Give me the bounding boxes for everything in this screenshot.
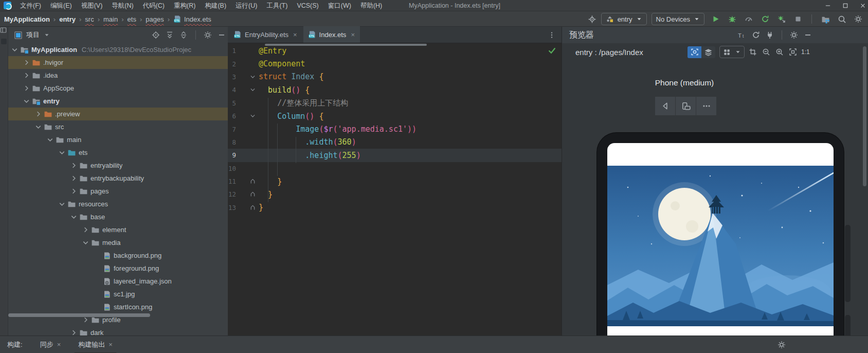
close-tab-icon[interactable]: × [109, 341, 113, 348]
chevron-down-icon[interactable] [69, 213, 78, 221]
tree-item-layered_image.json[interactable]: layered_image.json [8, 275, 228, 288]
collapse-all-icon[interactable] [179, 31, 188, 39]
expand-all-icon[interactable] [166, 31, 174, 39]
fold-marker-icon[interactable] [249, 74, 256, 80]
window-maximize-icon[interactable] [842, 3, 848, 9]
settings-icon[interactable] [790, 31, 798, 39]
tree-item-main[interactable]: main [8, 133, 228, 146]
breadcrumb-main[interactable]: main [103, 15, 118, 23]
tree-item-.hvigor[interactable]: .hvigor [8, 56, 228, 69]
tree-item-entry[interactable]: entry [8, 95, 228, 108]
close-tab-icon[interactable]: × [57, 341, 61, 348]
breadcrumb-src[interactable]: src [85, 15, 94, 23]
fold-marker-icon[interactable] [249, 191, 256, 198]
hide-panel-icon[interactable] [218, 31, 226, 39]
chevron-down-icon[interactable] [34, 122, 43, 131]
breadcrumb-pages[interactable]: pages [146, 15, 164, 23]
stripe-square-icon[interactable] [1, 39, 7, 44]
tree-item-src[interactable]: src [8, 120, 228, 133]
menu-item[interactable]: 代码(C) [138, 0, 169, 11]
plug-icon[interactable] [766, 31, 774, 39]
chevron-right-icon[interactable] [69, 161, 78, 170]
tab-options-icon[interactable] [548, 31, 555, 39]
rotate-device-button[interactable] [676, 97, 696, 115]
chevron-down-icon[interactable] [46, 135, 55, 144]
tree-item-entrybackupability[interactable]: entrybackupability [8, 172, 228, 185]
stop-button[interactable] [791, 13, 805, 25]
settings-icon[interactable] [777, 341, 786, 349]
back-button[interactable] [655, 97, 675, 115]
fold-marker-icon[interactable] [249, 178, 256, 185]
tree-item-sc1.jpg[interactable]: sc1.jpg [8, 288, 228, 301]
tree-item-foreground.png[interactable]: foreground.png [8, 262, 228, 275]
chevron-right-icon[interactable] [81, 225, 90, 234]
run-button[interactable] [709, 13, 722, 25]
search-everywhere-button[interactable] [835, 13, 848, 25]
tree-item-media[interactable]: media [8, 236, 228, 249]
chevron-down-icon[interactable] [58, 200, 66, 208]
target-icon[interactable] [588, 15, 596, 24]
chevron-right-icon[interactable] [69, 328, 78, 336]
menu-item[interactable]: 工具(T) [262, 0, 292, 11]
menu-item[interactable]: 重构(R) [169, 0, 200, 11]
menu-item[interactable]: VCS(S) [292, 0, 323, 11]
window-close-icon[interactable] [860, 3, 866, 9]
project-panel-title[interactable]: 项目 [26, 30, 40, 40]
tree-item-base[interactable]: base [8, 210, 228, 223]
chevron-right-icon[interactable] [69, 174, 78, 183]
tab-EntryAbility.ets[interactable]: ETSEntryAbility.ets× [229, 26, 302, 43]
code-editor[interactable]: 1@Entry2@Component3struct Index {4 build… [228, 43, 562, 322]
breadcrumb-myapplication[interactable]: MyApplication [4, 15, 50, 23]
hide-panel-icon[interactable] [804, 31, 812, 39]
settings-icon[interactable] [204, 31, 212, 39]
tab-Index.ets[interactable]: ETSIndex.ets× [303, 26, 360, 43]
window-minimize-icon[interactable] [825, 3, 831, 9]
zoom-in-icon[interactable] [775, 48, 784, 56]
fit-screen-icon[interactable] [789, 48, 797, 56]
device-selector[interactable]: No Devices [652, 13, 704, 25]
tree-item-entryability[interactable]: entryability [8, 159, 228, 172]
menu-item[interactable]: 编辑(E) [46, 0, 77, 11]
debug-button[interactable] [726, 13, 739, 25]
chevron-down-icon[interactable] [58, 148, 66, 157]
tree-item-.idea[interactable]: .idea [8, 69, 228, 82]
chevron-down-icon[interactable] [81, 238, 90, 247]
menu-item[interactable]: 帮助(H) [356, 0, 387, 11]
chevron-right-icon[interactable] [34, 110, 43, 118]
zoom-out-icon[interactable] [762, 48, 770, 56]
frame-select-icon[interactable] [749, 48, 757, 56]
component-grid-icon[interactable] [723, 48, 731, 56]
statusbar-tab-同步[interactable]: 同步× [40, 340, 61, 349]
font-size-icon[interactable]: Tt [737, 31, 746, 39]
fold-marker-icon[interactable] [249, 86, 256, 93]
refresh-icon[interactable] [752, 31, 760, 39]
zoom-ratio-button[interactable]: 1:1 [801, 48, 810, 56]
attach-debugger-button[interactable] [775, 13, 788, 25]
menu-item[interactable]: 文件(F) [15, 0, 46, 11]
more-options-button[interactable] [696, 97, 716, 115]
module-selector[interactable]: entry [601, 13, 647, 25]
menu-item[interactable]: 视图(V) [77, 0, 107, 11]
settings-button[interactable] [852, 13, 865, 25]
tree-item-AppScope[interactable]: AppScope [8, 82, 228, 95]
chevron-right-icon[interactable] [22, 71, 31, 80]
project-stripe-icon[interactable] [0, 27, 8, 33]
menu-item[interactable]: 导航(N) [107, 0, 138, 11]
breadcrumb-ets[interactable]: ets [128, 15, 136, 23]
tree-item-.preview[interactable]: .preview [8, 108, 228, 120]
tree-item-ets[interactable]: ets [8, 146, 228, 159]
layers-toggle[interactable] [701, 46, 715, 58]
inspection-ok-icon[interactable] [548, 46, 556, 55]
chevron-down-icon[interactable] [22, 97, 31, 105]
grid-dropdown-group[interactable] [719, 46, 745, 58]
chevron-right-icon[interactable] [69, 187, 78, 196]
caret-down-icon[interactable] [44, 32, 50, 38]
chevron-right-icon[interactable] [22, 84, 31, 93]
close-tab-icon[interactable]: × [351, 31, 355, 39]
inspect-toggle[interactable] [688, 46, 701, 58]
tree-item-resources[interactable]: resources [8, 198, 228, 210]
menu-item[interactable]: 窗口(W) [323, 0, 356, 11]
locate-file-icon[interactable] [152, 31, 160, 39]
tree-item-dark[interactable]: dark [8, 326, 228, 336]
project-horizontal-scrollbar[interactable] [8, 313, 150, 317]
